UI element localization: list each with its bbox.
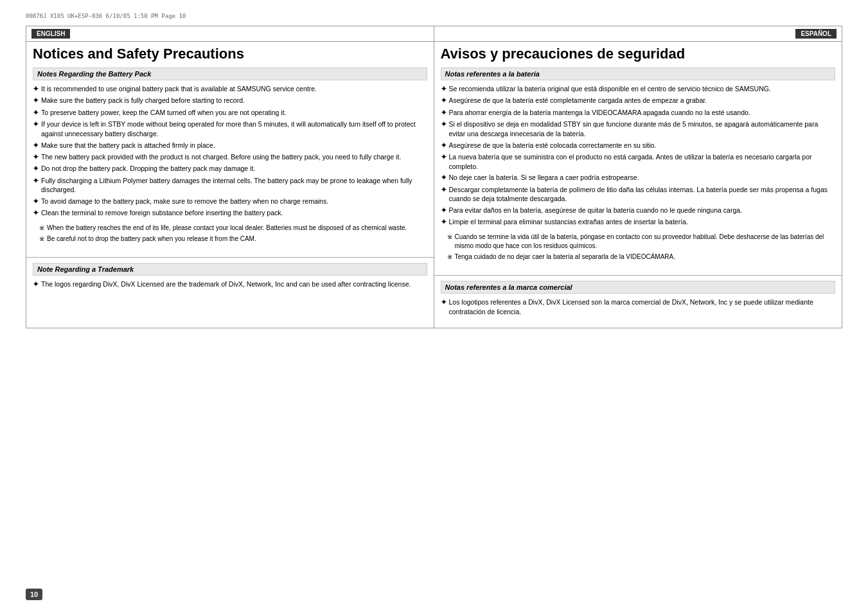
list-item: ✦If your device is left in STBY mode wit… (33, 120, 427, 138)
english-trademark-section: Note Regarding a Trademark ✦The logos re… (26, 263, 434, 301)
spanish-battery-heading: Notas referentes a la batería (441, 67, 836, 80)
bullet-icon: ✦ (441, 120, 447, 129)
bullet-icon: ✦ (33, 108, 39, 118)
list-item: ✦La nueva batería que se suministra con … (441, 152, 836, 171)
bullet-icon: ✦ (441, 152, 447, 162)
spanish-battery-list: ✦Se recomienda utilizar la batería origi… (441, 84, 836, 227)
english-divider (26, 257, 434, 258)
english-trademark-heading: Note Regarding a Trademark (33, 263, 427, 276)
spanish-divider (434, 275, 842, 276)
bullet-icon: ✦ (33, 152, 39, 162)
list-item: ✦Clean the terminal to remove foreign su… (33, 208, 427, 218)
list-item: ✦Limpie el terminal para eliminar sustan… (441, 217, 836, 227)
bullet-icon: ✦ (441, 217, 447, 227)
bullet-icon: ✦ (441, 108, 447, 118)
list-item: ✦Asegúrese de que la batería esté comple… (441, 96, 836, 105)
list-item: ✦The logos regarding DivX, DivX Licensed… (33, 280, 427, 289)
bullet-icon: ✦ (33, 120, 39, 129)
header-meta: 00876J X105 UK+ESP-036 6/10/05 1:50 PM P… (26, 13, 842, 19)
asterisk-icon: ※ (39, 235, 44, 244)
spanish-trademark-heading: Notas referentes a la marca comercial (441, 281, 836, 294)
list-item: ✦To avoid damage to the battery pack, ma… (33, 197, 427, 206)
spanish-badge: ESPAÑOL (795, 29, 837, 39)
list-item: ✦To preserve battery power, keep the CAM… (33, 108, 427, 118)
bullet-icon: ✦ (441, 173, 447, 182)
page-container: 00876J X105 UK+ESP-036 6/10/05 1:50 PM P… (0, 0, 868, 613)
list-item: ✦Si el dispositivo se deja en modalidad … (441, 120, 836, 138)
bullet-icon: ✦ (441, 84, 447, 94)
note-item: ※Tenga cuidado de no dejar caer la bater… (447, 253, 836, 262)
bullet-icon: ✦ (441, 185, 447, 195)
list-item: ✦Make sure the battery pack is fully cha… (33, 96, 427, 105)
list-item: ✦No deje caer la batería. Si se llegara … (441, 173, 836, 182)
list-item: ✦Se recomienda utilizar la batería origi… (441, 84, 836, 94)
page-number: 10 (26, 589, 42, 600)
asterisk-icon: ※ (447, 253, 452, 262)
list-item: ✦Do not drop the battery pack. Dropping … (33, 164, 427, 173)
bullet-icon: ✦ (33, 208, 39, 218)
english-lang-header: ENGLISH (26, 26, 434, 42)
bullet-icon: ✦ (33, 141, 39, 150)
column-english: ENGLISH Notices and Safety Precautions N… (26, 26, 434, 328)
bullet-icon: ✦ (33, 96, 39, 105)
bullet-icon: ✦ (33, 197, 39, 206)
list-item: ✦Fully discharging a Lithium Polymer bat… (33, 176, 427, 195)
list-item: ✦Make sure that the battery pack is atta… (33, 141, 427, 150)
note-item: ※Be careful not to drop the battery pack… (39, 235, 427, 244)
spanish-battery-section: Notas referentes a la batería ✦Se recomi… (434, 67, 842, 270)
spanish-title: Avisos y precauciones de seguridad (434, 42, 842, 67)
bullet-icon: ✦ (441, 298, 447, 307)
english-battery-heading: Notes Regarding the Battery Pack (33, 67, 427, 80)
english-battery-notes: ※When the battery reaches the end of its… (39, 224, 427, 244)
spanish-trademark-list: ✦Los logotipos referentes a DivX, DivX L… (441, 298, 836, 316)
english-battery-section: Notes Regarding the Battery Pack ✦It is … (26, 67, 434, 252)
list-item: ✦Asegúrese de que la batería esté coloca… (441, 141, 836, 150)
list-item: ✦Descargar completamente la batería de p… (441, 185, 836, 204)
spanish-trademark-section: Notas referentes a la marca comercial ✦L… (434, 281, 842, 328)
bullet-icon: ✦ (33, 84, 39, 94)
bullet-icon: ✦ (33, 164, 39, 173)
asterisk-icon: ※ (39, 224, 44, 233)
note-item: ※Cuando se termine la vida útil de la ba… (447, 233, 836, 251)
list-item: ✦The new battery pack provided with the … (33, 152, 427, 162)
list-item: ✦It is recommended to use original batte… (33, 84, 427, 94)
note-item: ※When the battery reaches the end of its… (39, 224, 427, 233)
list-item: ✦Para evitar daños en la batería, asegúr… (441, 206, 836, 215)
bullet-icon: ✦ (33, 176, 39, 186)
list-item: ✦Para ahorrar energía de la batería mant… (441, 108, 836, 118)
columns-wrapper: ENGLISH Notices and Safety Precautions N… (26, 26, 842, 328)
bullet-icon: ✦ (441, 141, 447, 150)
english-trademark-list: ✦The logos regarding DivX, DivX Licensed… (33, 280, 427, 289)
column-spanish: ESPAÑOL Avisos y precauciones de segurid… (434, 26, 842, 328)
english-badge: ENGLISH (31, 29, 70, 39)
english-battery-list: ✦It is recommended to use original batte… (33, 84, 427, 218)
asterisk-icon: ※ (447, 233, 452, 242)
spanish-battery-notes: ※Cuando se termine la vida útil de la ba… (447, 233, 836, 262)
bullet-icon: ✦ (441, 206, 447, 215)
english-title: Notices and Safety Precautions (26, 42, 434, 67)
bullet-icon: ✦ (441, 96, 447, 105)
spanish-lang-header: ESPAÑOL (434, 26, 842, 42)
list-item: ✦Los logotipos referentes a DivX, DivX L… (441, 298, 836, 316)
bullet-icon: ✦ (33, 280, 39, 289)
